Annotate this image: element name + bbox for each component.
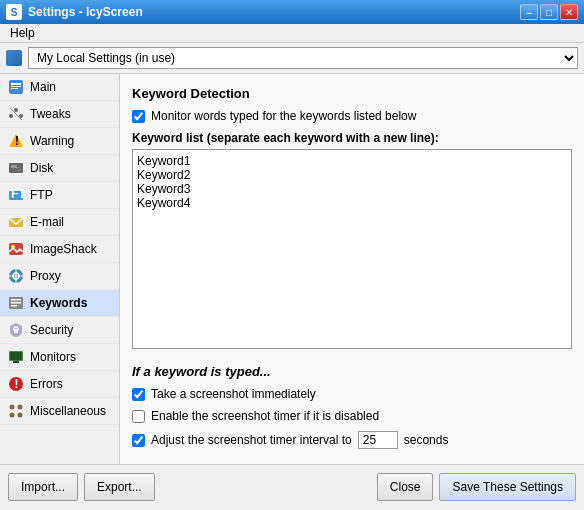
adjust-interval-label[interactable]: Adjust the screenshot timer interval to — [151, 433, 352, 447]
profile-select[interactable]: My Local Settings (in use) — [28, 47, 578, 69]
warning-label: Warning — [30, 134, 74, 148]
close-bottom-button[interactable]: Close — [377, 473, 434, 501]
svg-point-31 — [10, 405, 15, 410]
sidebar-item-ftp[interactable]: FTP FTP — [0, 182, 119, 209]
screenshot-timer-row: Enable the screenshot timer if it is dis… — [132, 409, 572, 423]
errors-icon: ! — [8, 376, 24, 392]
content-panel: Keyword Detection Monitor words typed fo… — [120, 74, 584, 464]
sidebar-item-keywords[interactable]: Keywords — [0, 290, 119, 317]
monitor-checkbox[interactable] — [132, 110, 145, 123]
svg-rect-2 — [11, 86, 21, 87]
sidebar-item-miscellaneous[interactable]: Miscellaneous — [0, 398, 119, 425]
sidebar-item-main[interactable]: Main — [0, 74, 119, 101]
email-label: E-mail — [30, 215, 64, 229]
svg-rect-8 — [11, 165, 17, 168]
profile-icon — [6, 50, 22, 66]
svg-text:FTP: FTP — [11, 187, 24, 201]
keyword-list-label: Keyword list (separate each keyword with… — [132, 131, 572, 145]
disk-label: Disk — [30, 161, 53, 175]
menu-help[interactable]: Help — [4, 24, 41, 42]
trigger-section: If a keyword is typed... Take a screensh… — [132, 364, 572, 449]
screenshot-timer-checkbox[interactable] — [132, 410, 145, 423]
close-button[interactable]: ✕ — [560, 4, 578, 20]
sidebar-item-disk[interactable]: Disk — [0, 155, 119, 182]
security-icon — [8, 322, 24, 338]
monitors-label: Monitors — [30, 350, 76, 364]
svg-rect-1 — [11, 83, 21, 85]
proxy-label: Proxy — [30, 269, 61, 283]
sidebar-item-errors[interactable]: ! Errors — [0, 371, 119, 398]
sidebar-item-monitors[interactable]: Monitors — [0, 344, 119, 371]
tweaks-icon — [8, 106, 24, 122]
tweaks-label: Tweaks — [30, 107, 71, 121]
maximize-button[interactable]: □ — [540, 4, 558, 20]
svg-point-10 — [18, 168, 20, 170]
adjust-interval-checkbox[interactable] — [132, 434, 145, 447]
title-buttons: – □ ✕ — [520, 4, 578, 20]
window-title: Settings - IcyScreen — [28, 5, 143, 19]
svg-rect-23 — [11, 305, 17, 307]
sidebar: Main Tweaks ! Warning Disk FTP FTP — [0, 74, 120, 464]
email-icon — [8, 214, 24, 230]
warning-icon: ! — [8, 133, 24, 149]
interval-input[interactable] — [358, 431, 398, 449]
svg-rect-27 — [13, 361, 19, 363]
minimize-button[interactable]: – — [520, 4, 538, 20]
svg-rect-21 — [11, 299, 21, 301]
svg-text:!: ! — [15, 377, 19, 391]
sidebar-item-tweaks[interactable]: Tweaks — [0, 101, 119, 128]
adjust-interval-row: Adjust the screenshot timer interval to … — [132, 431, 572, 449]
keyword-textarea[interactable]: Keyword1 Keyword2 Keyword3 Keyword4 — [132, 149, 572, 349]
svg-rect-28 — [10, 352, 22, 360]
main-icon — [8, 79, 24, 95]
monitor-checkbox-row: Monitor words typed for the keywords lis… — [132, 109, 572, 123]
seconds-label: seconds — [404, 433, 449, 447]
keywords-label: Keywords — [30, 296, 87, 310]
title-bar: S Settings - IcyScreen – □ ✕ — [0, 0, 584, 24]
menu-bar: Help — [0, 24, 584, 43]
svg-point-34 — [18, 413, 23, 418]
sidebar-item-proxy[interactable]: Proxy — [0, 263, 119, 290]
sidebar-item-security[interactable]: Security — [0, 317, 119, 344]
save-settings-button[interactable]: Save These Settings — [439, 473, 576, 501]
main-label: Main — [30, 80, 56, 94]
screenshot-timer-label[interactable]: Enable the screenshot timer if it is dis… — [151, 409, 379, 423]
main-content: Main Tweaks ! Warning Disk FTP FTP — [0, 74, 584, 464]
svg-point-33 — [10, 413, 15, 418]
sidebar-item-imageshack[interactable]: ImageShack — [0, 236, 119, 263]
screenshot-immediate-label[interactable]: Take a screenshot immediately — [151, 387, 316, 401]
imageshack-label: ImageShack — [30, 242, 97, 256]
bottom-bar: Import... Export... Close Save These Set… — [0, 464, 584, 508]
screenshot-immediate-checkbox[interactable] — [132, 388, 145, 401]
errors-label: Errors — [30, 377, 63, 391]
import-button[interactable]: Import... — [8, 473, 78, 501]
imageshack-icon — [8, 241, 24, 257]
svg-text:!: ! — [15, 134, 19, 148]
security-label: Security — [30, 323, 73, 337]
svg-rect-22 — [11, 302, 21, 304]
monitor-label[interactable]: Monitor words typed for the keywords lis… — [151, 109, 416, 123]
sidebar-item-email[interactable]: E-mail — [0, 209, 119, 236]
svg-rect-3 — [11, 88, 18, 89]
ftp-label: FTP — [30, 188, 53, 202]
svg-point-32 — [18, 405, 23, 410]
keywords-icon — [8, 295, 24, 311]
misc-icon — [8, 403, 24, 419]
export-button[interactable]: Export... — [84, 473, 155, 501]
app-icon: S — [6, 4, 22, 20]
misc-label: Miscellaneous — [30, 404, 106, 418]
proxy-icon — [8, 268, 24, 284]
sidebar-item-warning[interactable]: ! Warning — [0, 128, 119, 155]
monitors-icon — [8, 349, 24, 365]
disk-icon — [8, 160, 24, 176]
toolbar: My Local Settings (in use) — [0, 43, 584, 74]
trigger-title: If a keyword is typed... — [132, 364, 572, 379]
screenshot-immediate-row: Take a screenshot immediately — [132, 387, 572, 401]
ftp-icon: FTP — [8, 187, 24, 203]
section-title: Keyword Detection — [132, 86, 572, 101]
